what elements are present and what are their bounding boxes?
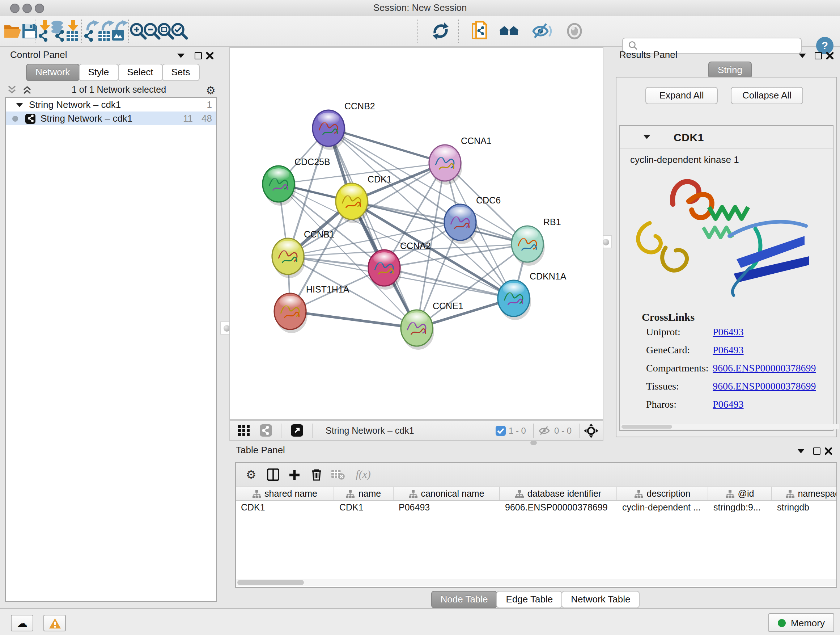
tab-edge-table[interactable]: Edge Table	[497, 591, 562, 608]
crosslink-row: Uniprot:P06493	[646, 326, 833, 338]
cloud-button[interactable]: ☁	[11, 615, 33, 631]
network-options-gear-icon[interactable]: ⚙	[206, 84, 216, 95]
function-builder-icon[interactable]: f(x)	[349, 469, 378, 481]
network-graph[interactable]: CCNB2CCNA1CDC25BCDK1CDC6RB1CCNB1CCNA2CDK…	[230, 48, 603, 419]
table-delete-row-icon[interactable]	[305, 469, 327, 481]
crosslink-label: Uniprot:	[646, 326, 713, 338]
table-panel-maximize-icon[interactable]	[812, 446, 822, 456]
node-CDK1[interactable]	[336, 183, 369, 223]
control-panel-maximize-icon[interactable]	[193, 51, 203, 61]
fit-content-icon[interactable]	[584, 423, 598, 438]
results-panel-close-icon[interactable]	[825, 51, 835, 61]
tab-network-table[interactable]: Network Table	[561, 591, 639, 608]
node-label-CDK1: CDK1	[368, 174, 392, 184]
crosslink-row: GeneCard:P06493	[646, 345, 833, 356]
first-neighbors-icon[interactable]	[499, 20, 521, 42]
horizontal-splitter-handle[interactable]	[531, 440, 537, 445]
network-item-icon	[25, 113, 35, 124]
node-CDKN1A[interactable]	[498, 280, 531, 320]
table-add-icon[interactable]	[284, 469, 305, 480]
column-header-namespace[interactable]: namespace	[772, 487, 837, 500]
tab-style[interactable]: Style	[79, 64, 118, 81]
table-delete-table-icon[interactable]	[327, 470, 349, 480]
node-label-CCNA2: CCNA2	[400, 241, 431, 251]
node-label-CCNA1: CCNA1	[461, 136, 492, 146]
crosslink-link[interactable]: P06493	[713, 326, 744, 338]
window-title: Session: New Session	[0, 2, 840, 13]
network-share-icon[interactable]	[255, 424, 276, 437]
tab-select[interactable]: Select	[118, 64, 163, 81]
table-horizontal-scrollbar[interactable]	[236, 579, 836, 586]
table-columns-icon[interactable]	[262, 469, 284, 481]
network-tree-item-row[interactable]: String Network – cdk1 11 48	[6, 111, 216, 125]
crosslink-link[interactable]: 9606.ENSP00000378699	[713, 381, 816, 393]
results-scrollbar[interactable]	[621, 424, 839, 429]
node-HIST1H1A[interactable]	[274, 293, 308, 333]
table-panel-close-icon[interactable]	[823, 446, 834, 456]
node-RB1[interactable]	[512, 226, 545, 266]
column-header-@id[interactable]: @id	[708, 487, 772, 500]
table-settings-gear-icon[interactable]: ⚙	[240, 469, 262, 480]
results-panel-float-icon[interactable]	[797, 51, 807, 61]
column-header-database-identifier[interactable]: database identifier	[500, 487, 617, 500]
memory-button[interactable]: Memory	[768, 613, 834, 632]
redraw-icon[interactable]	[430, 20, 452, 42]
crosslink-row: Pharos:P06493	[646, 399, 833, 410]
hidden-eye-icon[interactable]	[538, 425, 551, 435]
tree-expander-icon[interactable]	[16, 103, 23, 107]
tab-network[interactable]: Network	[26, 64, 79, 81]
results-panel-maximize-icon[interactable]	[813, 51, 823, 61]
collapse-all-button[interactable]: Collapse All	[731, 87, 803, 104]
node-CCNA1[interactable]	[429, 145, 462, 185]
node-CCNA2[interactable]	[368, 250, 401, 290]
edge-CCNB2-CCNA1[interactable]	[328, 128, 445, 163]
control-panel-close-icon[interactable]	[205, 51, 215, 61]
crosslink-label: GeneCard:	[646, 345, 713, 356]
protein-card: CDK1 cyclin-dependent kinase 1 CrossLink…	[619, 125, 834, 431]
column-header-shared-name[interactable]: shared name	[236, 487, 334, 500]
main-toolbar: ?	[0, 16, 840, 47]
tab-sets[interactable]: Sets	[162, 64, 199, 81]
export-image-icon[interactable]	[109, 20, 130, 42]
node-CCNB2[interactable]	[313, 110, 346, 150]
selected-checkbox-icon[interactable]	[496, 425, 506, 435]
clone-network-icon[interactable]	[469, 20, 491, 42]
control-panel-float-icon[interactable]	[176, 51, 186, 61]
node-CDC25B[interactable]	[263, 166, 296, 206]
table-cell: CDK1	[334, 501, 393, 515]
column-header-name[interactable]: name	[334, 487, 393, 500]
node-label-HIST1H1A: HIST1H1A	[306, 284, 349, 295]
show-all-icon[interactable]	[564, 20, 585, 42]
birds-eye-view-icon[interactable]	[233, 425, 255, 436]
crosslink-link[interactable]: P06493	[713, 399, 744, 410]
hide-selected-icon[interactable]	[531, 20, 553, 42]
protein-card-header[interactable]: CDK1	[620, 126, 833, 149]
warnings-button[interactable]	[43, 615, 66, 631]
hierarchy-icon	[726, 490, 734, 498]
zoom-selected-icon[interactable]	[169, 20, 190, 42]
results-panel-body: Expand All Collapse All CDK1 cyclin-depe…	[616, 77, 837, 437]
crosslink-link[interactable]: 9606.ENSP00000378699	[713, 363, 816, 374]
node-CDC6[interactable]	[444, 204, 477, 244]
expand-all-button[interactable]: Expand All	[645, 87, 718, 104]
node-CCNE1[interactable]	[401, 310, 434, 350]
edge-CCNA2-CDKN1A[interactable]	[384, 268, 514, 298]
network-canvas[interactable]: CCNB2CCNA1CDC25BCDK1CDC6RB1CCNB1CCNA2CDK…	[229, 47, 603, 420]
node-CCNB1[interactable]	[272, 238, 305, 278]
table-row[interactable]: CDK1CDK1P064939606.ENSP00000378699cyclin…	[236, 501, 836, 515]
network-collection-label: String Network – cdk1	[29, 99, 121, 110]
collapse-all-icon[interactable]	[7, 86, 17, 94]
edge-HIST1H1A-CCNE1[interactable]	[290, 311, 417, 328]
results-tab-string[interactable]: String	[708, 62, 751, 79]
open-in-window-icon[interactable]	[286, 424, 308, 437]
column-header-canonical-name[interactable]: canonical name	[393, 487, 500, 500]
network-tree-root-row[interactable]: String Network – cdk1 1	[6, 98, 216, 111]
protein-expander-icon[interactable]	[643, 135, 651, 139]
crosslink-link[interactable]: P06493	[713, 345, 744, 356]
tab-node-table[interactable]: Node Table	[431, 591, 497, 608]
table-panel-float-icon[interactable]	[796, 446, 806, 456]
table-cell: cyclin-dependent ...	[617, 501, 708, 515]
column-header-description[interactable]: description	[617, 487, 708, 500]
expand-all-icon[interactable]	[22, 86, 32, 94]
edge-CCNB2-CCNE1[interactable]	[328, 128, 417, 328]
